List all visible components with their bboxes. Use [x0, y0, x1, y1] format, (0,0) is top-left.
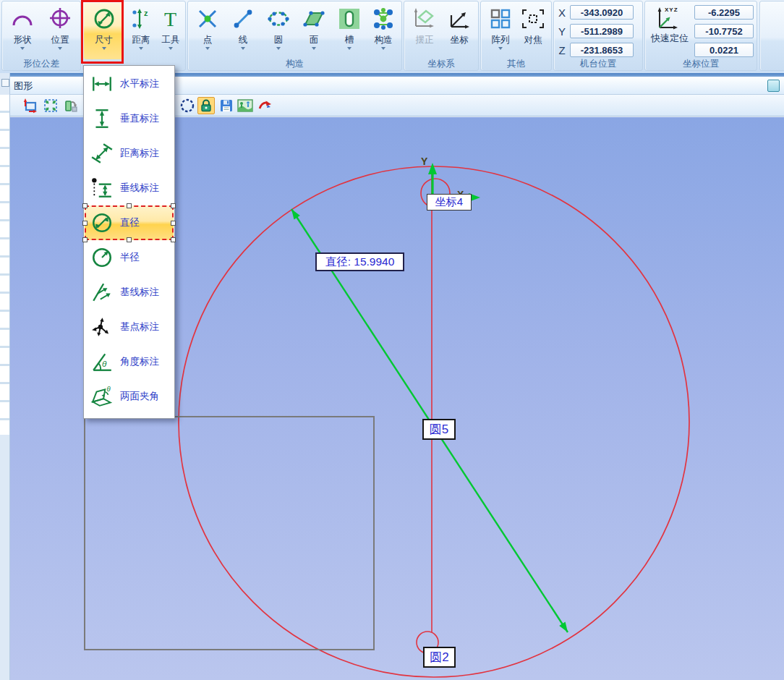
collapsed-side-panel[interactable] — [0, 73, 10, 680]
coord-y-value: -10.7752 — [694, 24, 754, 38]
perpendicular-dim-icon — [90, 176, 114, 200]
panel-collapse-icon[interactable] — [1, 79, 9, 87]
quick-locate-icon: XYZ — [652, 4, 687, 33]
coord-z-value: 0.0221 — [694, 43, 754, 57]
chevron-down-icon — [498, 47, 503, 50]
menu-item-radius[interactable]: 半径 — [85, 240, 174, 275]
button-label: 摆正 — [416, 35, 434, 45]
redo-button[interactable] — [257, 97, 274, 114]
chevron-down-icon — [347, 47, 351, 50]
coord-axis-y-arrowhead — [428, 163, 437, 174]
tools-button[interactable]: T 工具 — [157, 3, 184, 59]
distance-button[interactable]: z 距离 — [127, 3, 155, 59]
diameter-arrowhead-end — [559, 622, 568, 632]
machine-x-value: -343.0920 — [570, 5, 634, 20]
position-button[interactable]: 位置 — [43, 3, 77, 59]
svg-text:θ: θ — [102, 359, 107, 368]
scene-button[interactable] — [237, 97, 254, 114]
circle5-label[interactable]: 圆5 — [422, 419, 456, 440]
menu-item-label: 垂直标注 — [120, 112, 159, 125]
ribbon-group-construct: 点 线 圆 面 — [187, 1, 402, 71]
group-label: 坐标系 — [404, 59, 478, 69]
tools-icon: T — [160, 3, 182, 35]
coord-x-row: -6.2295 — [694, 4, 754, 20]
align-icon — [412, 3, 437, 35]
align-button[interactable]: 摆正 — [409, 3, 440, 59]
chevron-down-icon — [20, 47, 25, 50]
construct-button[interactable]: 构造 — [367, 3, 400, 59]
focus-button[interactable]: 对焦 — [518, 3, 548, 59]
circle-button[interactable]: 圆 — [262, 3, 295, 59]
ribbon-group-other: 阵列 对焦 其他 — [480, 1, 552, 71]
shape-button[interactable]: 形状 — [5, 3, 40, 59]
horizontal-dim-icon — [90, 72, 114, 96]
axis-letter: X — [554, 7, 570, 19]
chevron-down-icon — [169, 47, 173, 50]
menu-item-perpendicular-dim[interactable]: 垂线标注 — [85, 171, 174, 205]
menu-item-dihedral-angle[interactable]: θ 两面夹角 — [85, 379, 174, 414]
menu-item-angle-dim[interactable]: θ 角度标注 — [85, 344, 174, 379]
lock-icon — [199, 98, 213, 113]
coord-button[interactable]: 坐标 — [443, 3, 475, 59]
selection-handle — [82, 203, 88, 208]
ribbon-group-coordinate-position: XYZ 快速定位 -6.2295 -10.7752 0.0221 坐标位置 — [644, 1, 757, 71]
dimension-dropdown-menu: 水平标注 垂直标注 距离标注 垂线标注 直径 — [83, 65, 175, 419]
coordinate4-label[interactable]: 坐标4 — [427, 194, 472, 211]
svg-text:XYZ: XYZ — [665, 7, 678, 13]
menu-item-distance-dim[interactable]: 距离标注 — [85, 136, 174, 171]
menu-item-diameter[interactable]: 直径 — [85, 205, 174, 240]
ribbon: 形状 位置 形位公差 尺寸 z — [0, 0, 784, 74]
diameter-value-label[interactable]: 直径: 15.9940 — [315, 252, 404, 271]
quick-locate-button[interactable]: XYZ 快速定位 — [647, 4, 693, 43]
button-label: 位置 — [51, 35, 69, 45]
axis-letter: Y — [554, 25, 570, 38]
array-button[interactable]: 阵列 — [485, 3, 516, 59]
circle-tool-button[interactable] — [179, 97, 196, 114]
menu-item-vertical-dim[interactable]: 垂直标注 — [85, 101, 174, 136]
chevron-down-icon — [139, 47, 143, 50]
button-label: 阵列 — [492, 35, 510, 45]
button-label: 形状 — [14, 35, 32, 45]
svg-text:T: T — [164, 8, 176, 30]
shape-icon — [10, 3, 35, 35]
svg-text:z: z — [144, 9, 148, 17]
dihedral-angle-icon: θ — [90, 384, 114, 409]
rectangle-feature[interactable] — [85, 417, 374, 650]
tab-graphics[interactable]: 图形 — [14, 80, 33, 93]
chevron-down-icon — [102, 47, 106, 50]
array-icon — [489, 3, 512, 35]
menu-item-label: 基线标注 — [120, 286, 159, 299]
dimension-button[interactable]: 尺寸 — [84, 3, 124, 59]
lock-view-button[interactable] — [197, 97, 215, 114]
chevron-down-icon — [205, 47, 210, 50]
angle-dim-icon: θ — [90, 349, 114, 374]
menu-item-label: 半径 — [120, 251, 140, 264]
diameter-arrowhead-start — [291, 209, 300, 220]
pan-view-button[interactable] — [22, 97, 39, 114]
menu-item-label: 距离标注 — [120, 147, 159, 160]
scene-icon — [237, 98, 253, 113]
slot-button[interactable]: 槽 — [333, 3, 366, 59]
button-label: 点 — [203, 35, 213, 45]
position-icon — [48, 3, 72, 35]
ribbon-group-dimension: 尺寸 z 距离 T 工具 — [82, 1, 186, 71]
basepoint-dim-icon — [90, 315, 114, 339]
selection-handle — [127, 237, 132, 242]
menu-item-horizontal-dim[interactable]: 水平标注 — [85, 67, 174, 101]
machine-x-row: X -343.0920 — [554, 4, 634, 20]
fit-view-button[interactable] — [42, 97, 59, 114]
menu-item-baseline-dim[interactable]: 基线标注 — [85, 275, 174, 310]
circle2-label[interactable]: 圆2 — [423, 647, 456, 668]
save-button[interactable] — [218, 97, 235, 114]
mirror-view-button[interactable] — [62, 97, 80, 114]
plane-button[interactable]: 面 — [297, 3, 331, 59]
button-label: 槽 — [345, 35, 354, 45]
chevron-down-icon — [241, 47, 245, 50]
point-button[interactable]: 点 — [191, 3, 224, 59]
button-label: 对焦 — [524, 35, 542, 45]
line-button[interactable]: 线 — [226, 3, 260, 59]
focus-icon — [521, 3, 545, 35]
menu-item-basepoint-dim[interactable]: 基点标注 — [85, 310, 174, 344]
panel-toggle-icon[interactable] — [767, 80, 780, 92]
selection-handle — [82, 221, 88, 226]
